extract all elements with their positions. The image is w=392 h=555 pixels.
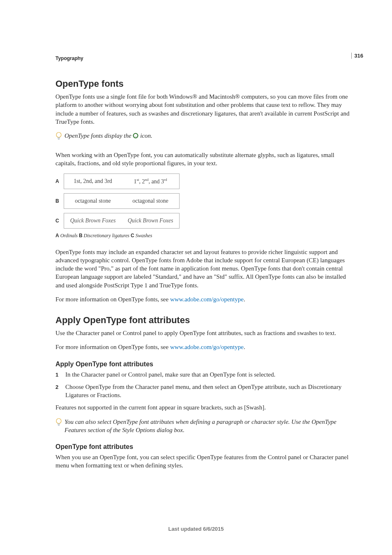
list-item: 1In the Character panel or Control panel… xyxy=(55,370,351,379)
figure-row-label: B xyxy=(55,198,60,204)
paragraph: OpenType fonts may include an expanded c… xyxy=(55,248,351,289)
paragraph: Use the Character panel or Control panel… xyxy=(55,329,351,337)
figure-opentype-examples: A 1st, 2nd, and 3rd 1st, 2nd, and 3rd B … xyxy=(55,173,351,229)
figure-row-label: C xyxy=(55,218,60,224)
lightbulb-icon xyxy=(55,132,62,143)
paragraph: OpenType fonts use a single font file fo… xyxy=(55,92,351,126)
heading-opentype-fonts: OpenType fonts xyxy=(55,79,351,89)
tip-text: OpenType fonts display the xyxy=(65,132,133,139)
paragraph: When working with an OpenType font, you … xyxy=(55,151,351,168)
figure-sample-left: Quick Brown Foxes xyxy=(64,217,122,224)
tip-text: You can also select OpenType font attrib… xyxy=(65,418,351,435)
lightbulb-icon xyxy=(55,418,62,429)
paragraph: Features not supported in the current fo… xyxy=(55,403,351,412)
figure-sample-right: octagonal stone xyxy=(122,198,179,204)
chapter-label: Typography xyxy=(55,56,351,61)
list-item: 2Choose OpenType from the Character pane… xyxy=(55,383,351,400)
tip-style-options: You can also select OpenType font attrib… xyxy=(55,418,351,435)
figure-caption: A Ordinals B Discretionary ligatures C S… xyxy=(55,233,351,239)
figure-row-label: A xyxy=(55,178,60,184)
tip-opentype-icon: OpenType fonts display the icon. xyxy=(55,132,351,143)
svg-point-0 xyxy=(56,132,61,137)
subheading-apply-attributes: Apply OpenType font attributes xyxy=(55,361,351,368)
figure-sample-left: 1st, 2nd, and 3rd xyxy=(64,178,122,185)
subheading-font-attributes: OpenType font attributes xyxy=(55,443,351,451)
figure-sample-left: octagonal stone xyxy=(64,198,122,204)
paragraph: When you use an OpenType font, you can s… xyxy=(55,453,351,470)
opentype-link[interactable]: www.adobe.com/go/opentype xyxy=(170,344,244,350)
opentype-link[interactable]: www.adobe.com/go/opentype xyxy=(170,296,244,303)
figure-sample-right: Quick Brown Foxes xyxy=(122,217,179,224)
tip-text: icon. xyxy=(140,132,152,139)
paragraph: For more information on OpenType fonts, … xyxy=(55,343,351,351)
page-number: 316 xyxy=(351,53,363,59)
svg-point-2 xyxy=(56,419,61,423)
heading-apply-opentype: Apply OpenType font attributes xyxy=(55,315,351,326)
opentype-o-icon xyxy=(133,132,138,141)
figure-sample-right: 1st, 2nd, and 3rd xyxy=(122,178,179,185)
footer-updated: Last updated 6/6/2015 xyxy=(0,526,392,532)
steps-list: 1In the Character panel or Control panel… xyxy=(55,370,351,400)
paragraph: For more information on OpenType fonts, … xyxy=(55,295,351,303)
